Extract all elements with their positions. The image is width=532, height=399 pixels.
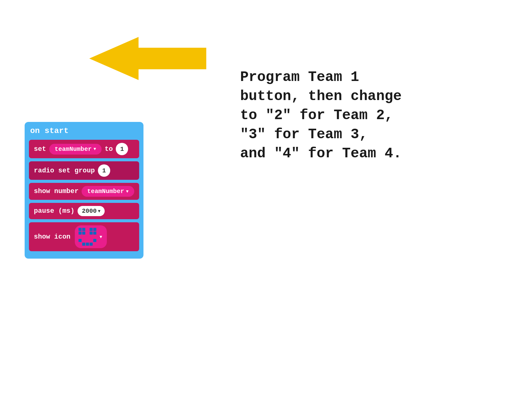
- variable-label: teamNumber: [55, 146, 92, 153]
- show-icon-text: show icon: [34, 233, 71, 241]
- radio-value-label: 1: [102, 167, 106, 174]
- pause-text: pause (ms): [34, 207, 75, 215]
- set-text: set: [34, 145, 46, 153]
- instruction-line3: to "2" for Team 2,: [240, 107, 393, 123]
- icon-grid: [79, 228, 96, 246]
- show-number-dropdown-arrow[interactable]: ▼: [126, 189, 128, 194]
- radio-text: radio set group: [34, 167, 95, 175]
- pause-block[interactable]: pause (ms) 2000 ▼: [29, 203, 139, 219]
- show-number-variable-pill[interactable]: teamNumber ▼: [82, 186, 134, 197]
- blocks-area: on start set teamNumber ▼ to 1 radio set…: [25, 122, 143, 259]
- pause-dropdown-arrow[interactable]: ▼: [98, 209, 100, 214]
- arrow-svg: [89, 37, 206, 80]
- variable-dropdown-arrow[interactable]: ▼: [94, 147, 96, 151]
- variable-pill[interactable]: teamNumber ▼: [49, 144, 102, 155]
- value-circle[interactable]: 1: [116, 143, 128, 155]
- on-start-label: on start: [29, 126, 139, 135]
- instruction-text: Program Team 1 button, then change to "2…: [240, 68, 402, 163]
- to-text: to: [105, 145, 113, 153]
- icon-pill[interactable]: ▼: [75, 225, 107, 248]
- on-start-block: on start set teamNumber ▼ to 1 radio set…: [25, 122, 143, 259]
- icon-dropdown-arrow[interactable]: ▼: [99, 234, 103, 239]
- instruction-line4: "3" for Team 3,: [240, 127, 368, 143]
- radio-block[interactable]: radio set group 1: [29, 161, 139, 180]
- set-block[interactable]: set teamNumber ▼ to 1: [29, 140, 139, 158]
- show-number-block[interactable]: show number teamNumber ▼: [29, 183, 139, 200]
- pause-value-label: 2000: [82, 208, 97, 215]
- show-icon-block[interactable]: show icon ▼: [29, 222, 139, 251]
- radio-value-circle[interactable]: 1: [98, 164, 110, 177]
- instruction-line5: and "4" for Team 4.: [240, 146, 402, 162]
- arrow-container: [89, 37, 206, 81]
- main-container: on start set teamNumber ▼ to 1 radio set…: [0, 0, 532, 399]
- svg-marker-0: [89, 37, 206, 80]
- pause-value[interactable]: 2000 ▼: [78, 206, 105, 216]
- show-number-text: show number: [34, 187, 79, 195]
- show-number-variable-label: teamNumber: [87, 188, 124, 195]
- value-label: 1: [120, 146, 124, 153]
- instruction-line2: button, then change: [240, 88, 402, 104]
- instruction-line1: Program Team 1: [240, 69, 359, 85]
